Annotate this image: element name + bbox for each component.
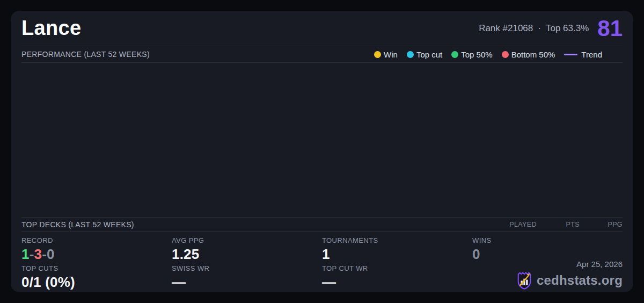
brand-row: cedhstats.org [516,271,623,290]
legend-label-top-50: Top 50% [461,50,492,59]
stat-record-label: RECORD [21,236,172,244]
branding-block: Apr 25, 2026 cedhstats.org [516,259,623,290]
top-cut-dot-icon [407,51,414,58]
card-date: Apr 25, 2026 [516,259,623,269]
rank-text: Rank #21068 [479,23,533,34]
record-wins: 1 [21,246,30,262]
top-decks-column-headers: PLAYED PTS PPG [494,221,623,228]
header-right: Rank #21068 · Top 63.3% 81 [479,17,623,40]
stat-record: RECORD 1-3-0 [21,236,172,264]
rank-summary: Rank #21068 · Top 63.3% [479,23,589,34]
legend-label-bottom-50: Bottom 50% [511,50,555,59]
stat-tournaments: TOURNAMENTS 1 [322,236,472,264]
score-value: 81 [597,17,623,40]
card-header: Lance Rank #21068 · Top 63.3% 81 [21,11,623,46]
cedhstats-logo-icon [516,271,532,290]
chart-legend: Win Top cut Top 50% Bottom 50% Trend [374,50,623,59]
legend-item-bottom-50[interactable]: Bottom 50% [502,50,555,59]
performance-chart-area [21,63,623,217]
win-dot-icon [374,51,381,58]
record-losses: 3 [34,246,42,262]
stat-swiss-wr: SWISS WR — [172,264,322,292]
trend-line-icon [564,54,577,55]
record-separator: - [42,246,47,262]
top-percent-text: Top 63.3% [546,23,589,34]
stat-swiss-wr-value: — [172,275,322,291]
record-separator: - [30,246,34,262]
legend-label-win: Win [384,50,398,59]
page: { "header": { "title": "Lance", "rank": … [0,0,644,303]
column-header-played: PLAYED [494,221,537,228]
legend-item-top-50[interactable]: Top 50% [451,50,492,59]
player-stats-card: Lance Rank #21068 · Top 63.3% 81 PERFORM… [11,11,633,292]
top-decks-section-title: TOP DECKS (LAST 52 WEEKS) [21,220,134,229]
stat-top-cuts: TOP CUTS 0/1 (0%) [21,264,172,292]
site-name[interactable]: cedhstats.org [537,273,623,288]
dot-separator: · [538,23,541,34]
stats-summary: RECORD 1-3-0 AVG PPG 1.25 TOURNAMENTS 1 … [21,232,623,292]
top-50-dot-icon [451,51,458,58]
performance-section-header: PERFORMANCE (LAST 52 WEEKS) Win Top cut … [21,46,623,63]
stat-tournaments-value: 1 [322,247,472,263]
stat-tournaments-label: TOURNAMENTS [322,236,472,244]
legend-label-trend: Trend [581,50,602,59]
stat-record-value: 1-3-0 [21,247,172,263]
record-draws: 0 [47,246,55,262]
stat-top-cut-wr-label: TOP CUT WR [322,264,472,272]
stat-wins-label: WINS [472,236,623,244]
stat-top-cuts-label: TOP CUTS [21,264,172,272]
stat-top-cut-wr-value: — [322,275,472,291]
page-title: Lance [21,17,81,40]
stat-avg-ppg-label: AVG PPG [172,236,322,244]
stat-avg-ppg-value: 1.25 [172,247,322,263]
stat-top-cuts-value: 0/1 (0%) [21,275,172,291]
column-header-ppg: PPG [580,221,623,228]
stat-swiss-wr-label: SWISS WR [172,264,322,272]
legend-item-top-cut[interactable]: Top cut [407,50,442,59]
legend-label-top-cut: Top cut [416,50,442,59]
column-header-pts: PTS [537,221,580,228]
legend-item-trend[interactable]: Trend [564,50,602,59]
stat-avg-ppg: AVG PPG 1.25 [172,236,322,264]
performance-section-title: PERFORMANCE (LAST 52 WEEKS) [21,50,150,59]
bottom-50-dot-icon [502,51,509,58]
legend-item-win[interactable]: Win [374,50,398,59]
top-decks-section-header: TOP DECKS (LAST 52 WEEKS) PLAYED PTS PPG [21,217,623,232]
stat-top-cut-wr: TOP CUT WR — [322,264,472,292]
